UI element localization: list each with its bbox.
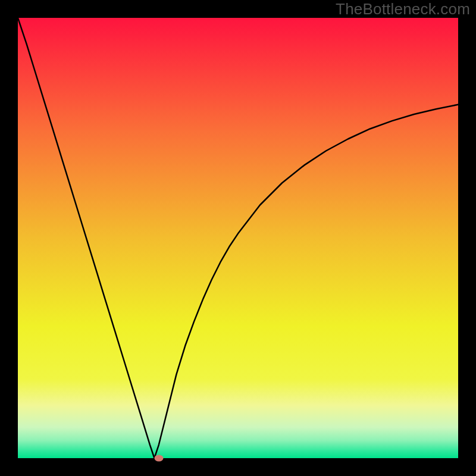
plot-area [18, 18, 458, 458]
svg-rect-0 [18, 18, 458, 458]
watermark-text: TheBottleneck.com [336, 0, 470, 18]
chart-container: TheBottleneck.com [0, 0, 476, 476]
optimal-point-marker [154, 455, 163, 462]
background-gradient [18, 18, 458, 458]
